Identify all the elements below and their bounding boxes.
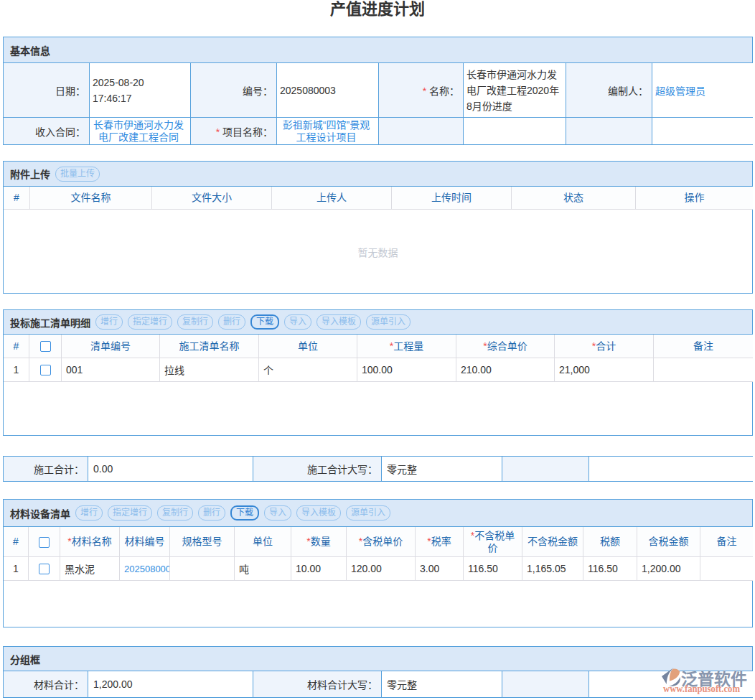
- svg-text:www.fanpusoft.com: www.fanpusoft.com: [663, 683, 740, 694]
